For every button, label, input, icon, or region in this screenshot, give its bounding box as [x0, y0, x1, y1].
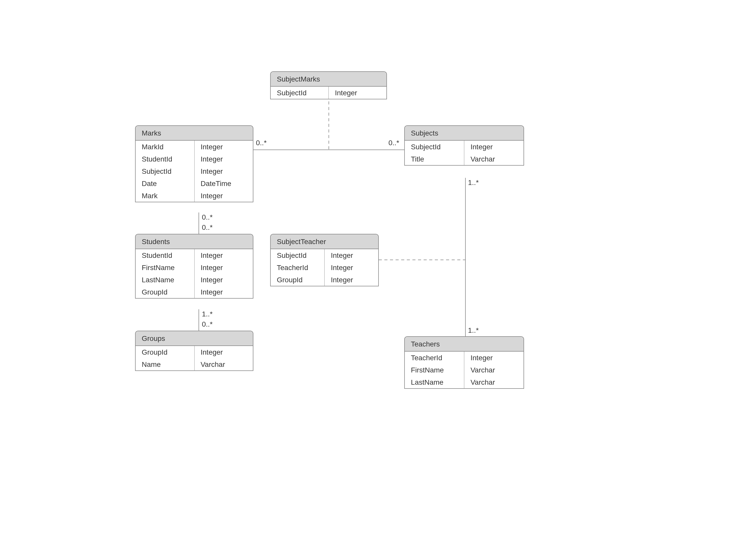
mult-marks-subjects-left: 0..*: [256, 139, 267, 147]
attr-name: StudentId: [135, 153, 194, 165]
mult-marks-subjects-right: 0..*: [389, 139, 399, 147]
table-row: SubjectId Integer: [405, 141, 524, 153]
table-row: Mark Integer: [135, 189, 253, 202]
attr-type: Varchar: [464, 376, 524, 388]
attr-name: TeacherId: [271, 261, 325, 274]
attr-name: SubjectId: [135, 165, 194, 177]
table-row: SubjectId Integer: [271, 87, 387, 99]
entity-header: SubjectTeacher: [271, 234, 378, 249]
attr-name: FirstName: [405, 364, 464, 376]
mult-subjects-teachers-bottom: 1..*: [468, 326, 479, 334]
attr-name: LastName: [135, 274, 194, 286]
table-row: Date DateTime: [135, 177, 253, 189]
attr-type: Integer: [194, 165, 253, 177]
table-row: StudentId Integer: [135, 249, 253, 261]
mult-students-groups-top: 1..*: [202, 310, 213, 318]
entity-subjectmarks: SubjectMarks SubjectId Integer: [270, 71, 387, 99]
attr-type: Integer: [194, 346, 253, 358]
attr-type: Integer: [464, 141, 524, 153]
entity-groups: Groups GroupId Integer Name Varchar: [135, 331, 253, 371]
attr-name: FirstName: [135, 261, 194, 274]
entity-students: Students StudentId Integer FirstName Int…: [135, 234, 253, 298]
attr-name: SubjectId: [271, 87, 329, 99]
attr-name: GroupId: [135, 346, 194, 358]
entity-marks: Marks MarkId Integer StudentId Integer S…: [135, 125, 253, 202]
attr-name: SubjectId: [271, 249, 325, 261]
attr-type: Varchar: [464, 153, 524, 165]
entity-header: Marks: [135, 126, 253, 141]
mult-students-groups-bottom: 0..*: [202, 320, 213, 328]
table-row: FirstName Integer: [135, 261, 253, 274]
table-row: TeacherId Integer: [405, 352, 524, 364]
entity-header: Groups: [135, 331, 253, 346]
attr-name: StudentId: [135, 249, 194, 261]
mult-subjects-teachers-top: 1..*: [468, 178, 479, 186]
attr-name: Mark: [135, 189, 194, 202]
table-row: MarkId Integer: [135, 141, 253, 153]
attr-type: Integer: [325, 249, 378, 261]
attr-name: Title: [405, 153, 464, 165]
entity-subjectteacher: SubjectTeacher SubjectId Integer Teacher…: [270, 234, 379, 286]
table-row: FirstName Varchar: [405, 364, 524, 376]
table-row: SubjectId Integer: [135, 165, 253, 177]
attr-type: Integer: [194, 261, 253, 274]
er-diagram-canvas: SubjectMarks SubjectId Integer Marks Mar…: [0, 0, 756, 535]
attr-type: Integer: [329, 87, 387, 99]
table-row: GroupId Integer: [135, 286, 253, 298]
table-row: LastName Integer: [135, 274, 253, 286]
table-row: Name Varchar: [135, 358, 253, 370]
attr-type: DateTime: [194, 177, 253, 189]
attr-name: MarkId: [135, 141, 194, 153]
attr-type: Integer: [194, 153, 253, 165]
attr-type: Integer: [194, 189, 253, 202]
entity-header: Teachers: [405, 337, 524, 352]
attr-type: Varchar: [194, 358, 253, 370]
entity-teachers: Teachers TeacherId Integer FirstName Var…: [404, 336, 524, 389]
attr-type: Integer: [194, 286, 253, 298]
table-row: StudentId Integer: [135, 153, 253, 165]
attr-name: TeacherId: [405, 352, 464, 364]
attr-name: SubjectId: [405, 141, 464, 153]
table-row: TeacherId Integer: [271, 261, 378, 274]
entity-header: Students: [135, 234, 253, 249]
table-row: Title Varchar: [405, 153, 524, 165]
attr-name: GroupId: [271, 274, 325, 286]
table-row: GroupId Integer: [135, 346, 253, 358]
attr-name: GroupId: [135, 286, 194, 298]
attr-type: Integer: [325, 261, 378, 274]
attr-name: Name: [135, 358, 194, 370]
attr-name: Date: [135, 177, 194, 189]
entity-subjects: Subjects SubjectId Integer Title Varchar: [404, 125, 524, 166]
mult-marks-students-top: 0..*: [202, 213, 213, 221]
attr-type: Integer: [325, 274, 378, 286]
attr-name: LastName: [405, 376, 464, 388]
attr-type: Varchar: [464, 364, 524, 376]
attr-type: Integer: [464, 352, 524, 364]
mult-marks-students-bottom: 0..*: [202, 223, 213, 231]
table-row: SubjectId Integer: [271, 249, 378, 261]
attr-type: Integer: [194, 141, 253, 153]
table-row: GroupId Integer: [271, 274, 378, 286]
entity-header: Subjects: [405, 126, 524, 141]
attr-type: Integer: [194, 274, 253, 286]
attr-type: Integer: [194, 249, 253, 261]
entity-header: SubjectMarks: [271, 72, 387, 87]
table-row: LastName Varchar: [405, 376, 524, 388]
